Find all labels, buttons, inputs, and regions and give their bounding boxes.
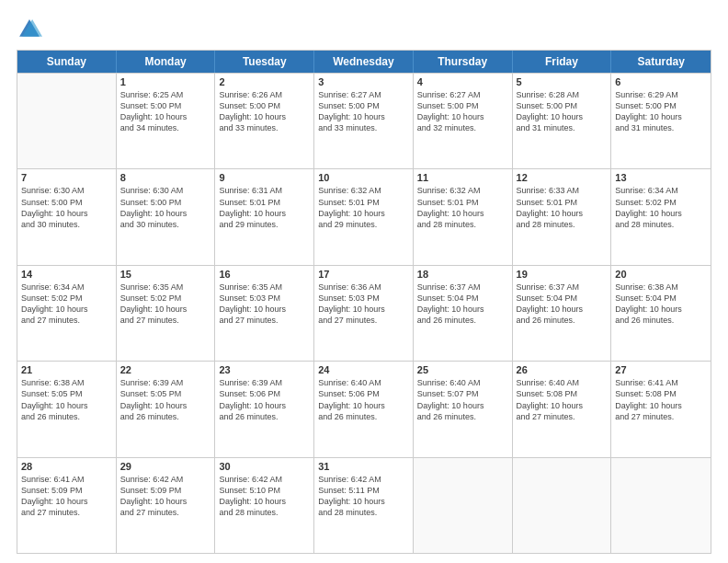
cell-info-line: and 31 minutes.	[615, 122, 707, 133]
cell-info-line: Sunset: 5:01 PM	[219, 197, 310, 208]
cell-info-line: Daylight: 10 hours	[517, 304, 608, 315]
logo-icon	[17, 17, 42, 42]
cell-info-line: Daylight: 10 hours	[219, 496, 310, 507]
calendar-row-2: 14Sunrise: 6:34 AMSunset: 5:02 PMDayligh…	[17, 265, 711, 361]
day-number: 5	[517, 76, 608, 87]
day-number: 23	[219, 364, 310, 375]
cell-info-line: Daylight: 10 hours	[21, 400, 112, 411]
cell-info-line: Daylight: 10 hours	[417, 208, 508, 219]
cell-info-line: Daylight: 10 hours	[21, 496, 112, 507]
cell-info-line: Daylight: 10 hours	[21, 304, 112, 315]
day-number: 14	[21, 269, 112, 280]
cell-info-line: Daylight: 10 hours	[318, 496, 409, 507]
cell-info-line: Daylight: 10 hours	[120, 400, 211, 411]
cell-info-line: Sunrise: 6:27 AM	[417, 89, 508, 100]
cell-info-line: Sunrise: 6:26 AM	[219, 89, 310, 100]
cell-info-line: Sunset: 5:08 PM	[615, 388, 707, 399]
day-number: 15	[120, 269, 211, 280]
day-number: 2	[219, 76, 310, 87]
calendar-cell: 29Sunrise: 6:42 AMSunset: 5:09 PMDayligh…	[117, 458, 216, 553]
cell-info-line: Sunset: 5:10 PM	[219, 485, 310, 496]
cell-info-line: Sunrise: 6:34 AM	[615, 185, 707, 196]
calendar-cell: 8Sunrise: 6:30 AMSunset: 5:00 PMDaylight…	[117, 169, 216, 264]
cell-info-line: Sunset: 5:02 PM	[615, 197, 707, 208]
cell-info-line: and 28 minutes.	[417, 219, 508, 230]
day-number: 19	[517, 269, 608, 280]
cell-info-line: Sunrise: 6:35 AM	[219, 282, 310, 293]
cell-info-line: Daylight: 10 hours	[219, 111, 310, 122]
cell-info-line: Sunrise: 6:42 AM	[219, 474, 310, 485]
calendar-row-0: 1Sunrise: 6:25 AMSunset: 5:00 PMDaylight…	[17, 73, 711, 168]
day-number: 6	[615, 76, 707, 87]
calendar-cell: 10Sunrise: 6:32 AMSunset: 5:01 PMDayligh…	[314, 169, 414, 264]
calendar-cell	[611, 458, 711, 553]
calendar-cell: 19Sunrise: 6:37 AMSunset: 5:04 PMDayligh…	[513, 266, 612, 361]
calendar-cell: 2Sunrise: 6:26 AMSunset: 5:00 PMDaylight…	[215, 74, 314, 168]
cell-info-line: Sunrise: 6:42 AM	[120, 474, 211, 485]
calendar-cell: 13Sunrise: 6:34 AMSunset: 5:02 PMDayligh…	[611, 169, 711, 264]
cell-info-line: and 26 minutes.	[517, 315, 608, 326]
cell-info-line: and 28 minutes.	[318, 507, 409, 518]
cell-info-line: Daylight: 10 hours	[318, 111, 409, 122]
cell-info-line: Sunset: 5:07 PM	[417, 388, 508, 399]
cell-info-line: Sunset: 5:00 PM	[120, 197, 211, 208]
cell-info-line: Sunset: 5:00 PM	[21, 197, 112, 208]
cell-info-line: Sunset: 5:06 PM	[219, 388, 310, 399]
cell-info-line: Daylight: 10 hours	[120, 208, 211, 219]
calendar-cell: 18Sunrise: 6:37 AMSunset: 5:04 PMDayligh…	[414, 266, 513, 361]
cell-info-line: Sunrise: 6:38 AM	[615, 282, 707, 293]
cell-info-line: Sunrise: 6:41 AM	[21, 474, 112, 485]
header-day-monday: Monday	[117, 51, 216, 73]
calendar-cell	[513, 458, 612, 553]
cell-info-line: Daylight: 10 hours	[517, 400, 608, 411]
cell-info-line: Sunset: 5:00 PM	[615, 100, 707, 111]
cell-info-line: Daylight: 10 hours	[417, 400, 508, 411]
cell-info-line: and 29 minutes.	[219, 219, 310, 230]
cell-info-line: Sunset: 5:01 PM	[517, 197, 608, 208]
cell-info-line: and 30 minutes.	[21, 219, 112, 230]
cell-info-line: Sunset: 5:04 PM	[417, 293, 508, 304]
calendar-row-3: 21Sunrise: 6:38 AMSunset: 5:05 PMDayligh…	[17, 361, 711, 456]
header-day-sunday: Sunday	[17, 51, 117, 73]
header	[17, 17, 711, 42]
cell-info-line: Sunrise: 6:42 AM	[318, 474, 409, 485]
calendar-cell: 1Sunrise: 6:25 AMSunset: 5:00 PMDaylight…	[117, 74, 216, 168]
cell-info-line: Sunrise: 6:37 AM	[517, 282, 608, 293]
cell-info-line: Sunrise: 6:36 AM	[318, 282, 409, 293]
header-day-friday: Friday	[513, 51, 612, 73]
calendar-body: 1Sunrise: 6:25 AMSunset: 5:00 PMDaylight…	[17, 73, 711, 553]
cell-info-line: Sunset: 5:06 PM	[318, 388, 409, 399]
calendar-cell: 4Sunrise: 6:27 AMSunset: 5:00 PMDaylight…	[414, 74, 513, 168]
cell-info-line: Sunrise: 6:33 AM	[517, 185, 608, 196]
cell-info-line: Sunset: 5:03 PM	[318, 293, 409, 304]
cell-info-line: and 27 minutes.	[318, 315, 409, 326]
cell-info-line: and 26 minutes.	[120, 411, 211, 422]
cell-info-line: Sunset: 5:02 PM	[21, 293, 112, 304]
cell-info-line: Sunrise: 6:31 AM	[219, 185, 310, 196]
day-number: 18	[417, 269, 508, 280]
calendar-cell: 28Sunrise: 6:41 AMSunset: 5:09 PMDayligh…	[17, 458, 117, 553]
cell-info-line: Sunset: 5:01 PM	[318, 197, 409, 208]
cell-info-line: and 29 minutes.	[318, 219, 409, 230]
cell-info-line: and 27 minutes.	[615, 411, 707, 422]
calendar-row-4: 28Sunrise: 6:41 AMSunset: 5:09 PMDayligh…	[17, 457, 711, 553]
day-number: 3	[318, 76, 409, 87]
cell-info-line: Sunrise: 6:34 AM	[21, 282, 112, 293]
calendar-cell: 9Sunrise: 6:31 AMSunset: 5:01 PMDaylight…	[215, 169, 314, 264]
calendar: SundayMondayTuesdayWednesdayThursdayFrid…	[17, 50, 711, 554]
cell-info-line: Sunrise: 6:25 AM	[120, 89, 211, 100]
calendar-cell: 25Sunrise: 6:40 AMSunset: 5:07 PMDayligh…	[414, 362, 513, 456]
cell-info-line: and 30 minutes.	[120, 219, 211, 230]
cell-info-line: Daylight: 10 hours	[615, 111, 707, 122]
calendar-cell: 27Sunrise: 6:41 AMSunset: 5:08 PMDayligh…	[611, 362, 711, 456]
calendar-cell: 23Sunrise: 6:39 AMSunset: 5:06 PMDayligh…	[215, 362, 314, 456]
cell-info-line: and 33 minutes.	[318, 122, 409, 133]
day-number: 11	[417, 172, 508, 183]
calendar-cell: 20Sunrise: 6:38 AMSunset: 5:04 PMDayligh…	[611, 266, 711, 361]
cell-info-line: Sunset: 5:08 PM	[517, 388, 608, 399]
cell-info-line: and 33 minutes.	[219, 122, 310, 133]
cell-info-line: and 31 minutes.	[517, 122, 608, 133]
cell-info-line: Sunset: 5:00 PM	[318, 100, 409, 111]
cell-info-line: Daylight: 10 hours	[21, 208, 112, 219]
calendar-cell: 5Sunrise: 6:28 AMSunset: 5:00 PMDaylight…	[513, 74, 612, 168]
